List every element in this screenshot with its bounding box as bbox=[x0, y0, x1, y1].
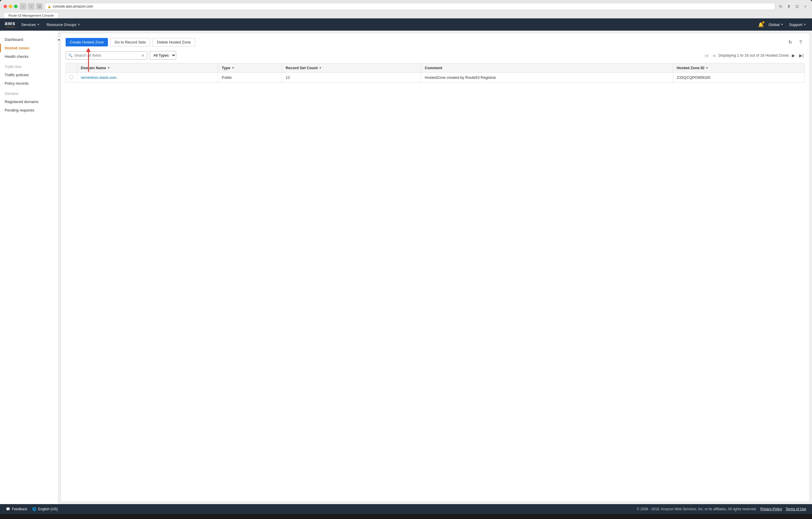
aws-logo[interactable]: aws ~~~~~ bbox=[5, 21, 16, 29]
copyright-text: © 2008 - 2018, Amazon Web Services, Inc.… bbox=[637, 507, 757, 511]
browser-actions: ↻ ⬆ ⊡ ＋ bbox=[778, 3, 809, 10]
th-type[interactable]: Type ▼ bbox=[218, 63, 282, 73]
app-window: aws ~~~~~ Services ▼ Resource Groups ▼ 🔔… bbox=[0, 18, 812, 514]
sidebar-item-registered-domains[interactable]: Registered domains bbox=[0, 98, 58, 106]
sidebar: ◀ Dashboard Hosted zones Health checks T… bbox=[0, 31, 58, 504]
record-set-count-cell: 12 bbox=[282, 73, 421, 83]
topnav-right: 🔔 Global ▼ Support ▼ bbox=[758, 22, 807, 27]
th-record-set-count[interactable]: Record Set Count ▼ bbox=[282, 63, 421, 73]
lock-icon: 🔒 bbox=[48, 5, 51, 8]
global-label: Global bbox=[768, 23, 780, 27]
resource-groups-label: Resource Groups bbox=[47, 23, 77, 27]
goto-record-sets-button[interactable]: Go to Record Sets bbox=[110, 38, 150, 47]
type-sort[interactable]: Type ▼ bbox=[222, 66, 234, 70]
sidebar-item-hosted-zones[interactable]: Hosted zones bbox=[0, 44, 58, 52]
help-button[interactable]: ? bbox=[796, 38, 805, 47]
browser-tabs: Route 53 Management Console bbox=[3, 12, 809, 18]
globe-icon: 🌐 bbox=[32, 507, 36, 511]
type-label: Type bbox=[222, 66, 230, 70]
services-label: Services bbox=[21, 23, 36, 27]
close-dot[interactable] bbox=[3, 5, 7, 8]
domain-name-label: Domain Name bbox=[81, 66, 106, 70]
sidebar-item-traffic-policies[interactable]: Traffic policies bbox=[0, 71, 58, 79]
th-domain-name[interactable]: Domain Name ▼ bbox=[77, 63, 218, 73]
privacy-policy-link[interactable]: Privacy Policy bbox=[760, 507, 782, 511]
record-set-count-sort[interactable]: Record Set Count ▼ bbox=[286, 66, 322, 70]
global-nav[interactable]: Global ▼ bbox=[767, 23, 785, 27]
sidebar-item-policy-records[interactable]: Policy records bbox=[0, 79, 58, 88]
app-footer: 💬 Feedback 🌐 English (US) © 2008 - 2018,… bbox=[0, 504, 812, 514]
terms-of-use-link[interactable]: Terms of Use bbox=[785, 507, 806, 511]
row-radio[interactable] bbox=[69, 75, 74, 79]
support-chevron: ▼ bbox=[804, 23, 806, 26]
th-comment: Comment bbox=[421, 63, 673, 73]
resource-groups-nav[interactable]: Resource Groups ▼ bbox=[46, 23, 81, 27]
new-tab-button[interactable]: ＋ bbox=[802, 3, 809, 10]
refresh-button[interactable]: ↻ bbox=[778, 3, 784, 10]
record-set-count-label: Record Set Count bbox=[286, 66, 318, 70]
next-page-button[interactable]: ▶ bbox=[791, 53, 796, 58]
content-area: ◀ Dashboard Hosted zones Health checks T… bbox=[0, 31, 812, 504]
last-page-button[interactable]: ▶| bbox=[798, 53, 805, 58]
maximize-dot[interactable] bbox=[14, 5, 18, 8]
footer-left: 💬 Feedback 🌐 English (US) bbox=[6, 507, 58, 511]
row-select-cell[interactable] bbox=[66, 73, 77, 83]
forward-button[interactable]: › bbox=[28, 3, 34, 10]
sidebar-item-health-checks[interactable]: Health checks bbox=[0, 52, 58, 61]
table-body: serverless-stack.com. Public 12 HostedZo… bbox=[66, 73, 805, 83]
aws-topnav: aws ~~~~~ Services ▼ Resource Groups ▼ 🔔… bbox=[0, 18, 812, 31]
back-button[interactable]: ‹ bbox=[20, 3, 26, 10]
hosted-zones-table: Domain Name ▼ Type ▼ bbox=[66, 63, 805, 83]
browser-titlebar: ‹ › ⊡ 🔒 console.aws.amazon.com ↻ ⬆ ⊡ ＋ bbox=[3, 3, 809, 10]
prev-page-button[interactable]: ◀ bbox=[711, 53, 717, 58]
domain-name-link[interactable]: serverless-stack.com. bbox=[81, 75, 118, 80]
search-icon: 🔍 bbox=[68, 53, 72, 57]
services-nav[interactable]: Services ▼ bbox=[20, 23, 41, 27]
traffic-flow-section-header: Traffic flow bbox=[0, 61, 58, 71]
aws-smile: ~~~~~ bbox=[5, 25, 14, 29]
sidebar-item-pending-requests[interactable]: Pending requests bbox=[0, 106, 58, 114]
address-bar[interactable]: 🔒 console.aws.amazon.com bbox=[45, 3, 775, 10]
hosted-zone-id-cell: Z3SQCQPO909165 bbox=[673, 73, 805, 83]
global-chevron: ▼ bbox=[781, 23, 783, 26]
minimize-dot[interactable] bbox=[9, 5, 12, 8]
language-label: English (US) bbox=[38, 507, 58, 511]
first-page-button[interactable]: |◀ bbox=[703, 53, 709, 58]
refresh-table-button[interactable]: ↻ bbox=[786, 38, 794, 47]
hosted-zone-id-sort[interactable]: Hosted Zone ID ▼ bbox=[677, 66, 708, 70]
domain-name-sort[interactable]: Domain Name ▼ bbox=[81, 66, 110, 70]
footer-right: © 2008 - 2018, Amazon Web Services, Inc.… bbox=[637, 507, 806, 511]
create-hosted-zone-button[interactable]: Create Hosted Zone bbox=[66, 38, 108, 47]
header-row: Domain Name ▼ Type ▼ bbox=[66, 63, 805, 73]
sidebar-collapse-button[interactable]: ◀ bbox=[56, 36, 62, 42]
th-select bbox=[66, 63, 77, 73]
search-input[interactable] bbox=[75, 53, 139, 57]
table-container: Domain Name ▼ Type ▼ bbox=[66, 63, 805, 83]
services-chevron: ▼ bbox=[37, 23, 40, 26]
feedback-icon: 💬 bbox=[6, 507, 10, 511]
feedback-button[interactable]: 💬 Feedback bbox=[6, 507, 27, 511]
search-clear-icon[interactable]: ✕ bbox=[141, 53, 145, 58]
delete-hosted-zone-button[interactable]: Delete Hosted Zone bbox=[152, 38, 195, 47]
active-tab[interactable]: Route 53 Management Console bbox=[3, 12, 59, 18]
type-sort-icon: ▼ bbox=[232, 66, 234, 70]
table-row[interactable]: serverless-stack.com. Public 12 HostedZo… bbox=[66, 73, 805, 83]
support-nav[interactable]: Support ▼ bbox=[788, 23, 807, 27]
notifications-button[interactable]: 🔔 bbox=[758, 22, 764, 27]
domains-section-header: Domains bbox=[0, 88, 58, 98]
hosted-zone-id-sort-icon: ▼ bbox=[705, 66, 708, 70]
toolbar: Create Hosted Zone Go to Record Sets Del… bbox=[66, 38, 805, 47]
feedback-label: Feedback bbox=[12, 507, 27, 511]
th-hosted-zone-id[interactable]: Hosted Zone ID ▼ bbox=[673, 63, 805, 73]
share-button[interactable]: ⬆ bbox=[786, 3, 792, 10]
domain-name-sort-icon: ▼ bbox=[107, 66, 110, 70]
url-text: console.aws.amazon.com bbox=[53, 4, 93, 8]
language-selector[interactable]: 🌐 English (US) bbox=[32, 507, 58, 511]
reader-button[interactable]: ⊡ bbox=[36, 3, 42, 10]
pagination-text: Displaying 1 to 16 out of 16 Hosted Zone… bbox=[718, 53, 789, 57]
domain-name-cell: serverless-stack.com. bbox=[77, 73, 218, 83]
sidebar-item-dashboard[interactable]: Dashboard bbox=[0, 35, 58, 44]
type-filter-select[interactable]: All Types bbox=[150, 51, 176, 59]
browser-chrome: ‹ › ⊡ 🔒 console.aws.amazon.com ↻ ⬆ ⊡ ＋ R… bbox=[0, 0, 812, 18]
fullscreen-button[interactable]: ⊡ bbox=[794, 3, 800, 10]
